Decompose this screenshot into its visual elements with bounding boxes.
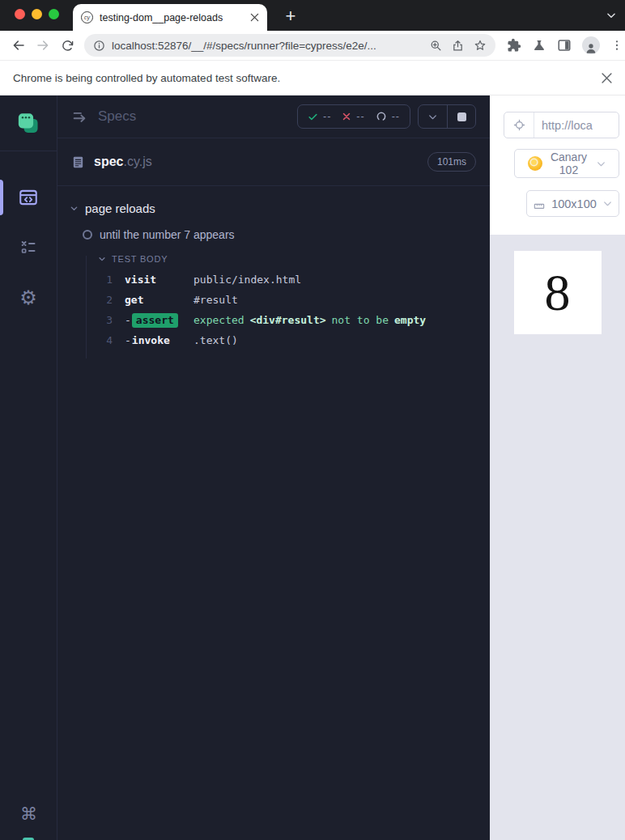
selector-playground-button[interactable] <box>504 112 534 138</box>
command-name: visit <box>125 274 156 286</box>
minimize-window-button[interactable] <box>32 9 42 19</box>
test-state-icon <box>83 230 92 240</box>
command-dash: - <box>125 334 131 346</box>
test-content: TEST BODY 1 visit public/index.html 2 ge… <box>57 254 490 350</box>
tab-close-icon[interactable] <box>250 13 259 22</box>
stat-passed: -- <box>308 111 331 122</box>
chrome-labs-flask-icon[interactable] <box>532 38 546 53</box>
specs-browser-code-icon <box>18 187 39 208</box>
aut-result-number: 8 <box>545 263 571 323</box>
command-row-get[interactable]: 2 get #result <box>57 290 490 310</box>
browser-titlebar: cy testing-dom__page-reloads + <box>0 0 625 31</box>
command-number: 3 <box>93 314 113 326</box>
command-message: .text() <box>193 334 238 346</box>
spec-file-row[interactable]: spec.cy.js 101ms <box>57 138 490 186</box>
close-window-button[interactable] <box>15 9 25 19</box>
settings-gear-icon: ⚙ <box>19 288 37 308</box>
sidebar-divider <box>0 151 57 151</box>
test-body-section[interactable]: TEST BODY <box>57 254 490 264</box>
cypress-logo-icon[interactable] <box>13 108 44 139</box>
command-message: expected<div#result>not to beempty <box>193 314 432 326</box>
profile-avatar[interactable] <box>582 36 600 54</box>
back-button[interactable] <box>6 33 31 57</box>
spec-file-icon <box>71 155 85 169</box>
url-text[interactable]: localhost:52876/__/#/specs/runner?file=c… <box>112 40 430 52</box>
aut-url-bar[interactable]: http://loca <box>504 112 619 138</box>
command-name: get <box>125 294 143 306</box>
suite-row[interactable]: page reloads <box>57 202 490 215</box>
address-bar[interactable]: localhost:52876/__/#/specs/runner?file=c… <box>84 34 495 57</box>
x-icon <box>342 112 351 121</box>
reporter-header: Specs -- -- -- <box>57 95 490 138</box>
command-number: 1 <box>93 274 113 286</box>
pending-circle-icon <box>376 111 387 122</box>
keyboard-shortcuts-button[interactable]: ⌘ <box>0 804 57 824</box>
sidebar-item-settings[interactable]: ⚙ <box>0 273 57 323</box>
infobar-close-icon[interactable] <box>602 73 612 83</box>
test-stats: -- -- -- <box>297 104 410 129</box>
spec-name: spec.cy.js <box>94 155 152 169</box>
chevron-down-icon <box>596 159 606 169</box>
run-controls <box>418 104 476 129</box>
tab-search-chevron-icon[interactable] <box>606 10 617 21</box>
stop-icon <box>457 112 466 121</box>
aut-panel: http://loca Canary 102 100x100 8 <box>490 95 625 840</box>
viewport-select[interactable]: 100x100 <box>526 190 619 217</box>
zoom-icon[interactable] <box>430 40 442 52</box>
chrome-canary-icon <box>528 156 542 171</box>
site-info-icon[interactable] <box>93 40 105 52</box>
reporter-panel: Specs -- -- -- <box>57 95 490 840</box>
browser-select[interactable]: Canary 102 <box>514 149 619 178</box>
browser-label: Canary 102 <box>548 151 590 176</box>
reload-button[interactable] <box>55 33 79 57</box>
command-number: 4 <box>93 334 113 346</box>
aut-url-text[interactable]: http://loca <box>534 119 593 132</box>
reporter-title: Specs <box>98 108 136 125</box>
suite-title: page reloads <box>85 202 155 215</box>
sidebar-item-runs[interactable] <box>0 223 57 273</box>
aut-controls: http://loca Canary 102 100x100 <box>490 95 625 235</box>
browser-toolbar: localhost:52876/__/#/specs/runner?file=c… <box>0 31 625 61</box>
share-icon[interactable] <box>452 40 464 52</box>
aut-viewport-frame[interactable]: 8 <box>514 251 602 334</box>
check-icon <box>308 112 318 122</box>
menu-dots-icon[interactable] <box>610 39 623 52</box>
cypress-favicon-icon: cy <box>81 11 93 23</box>
viewport-label: 100x100 <box>551 197 597 210</box>
stat-failed: -- <box>342 111 364 122</box>
window-controls[interactable] <box>15 9 59 19</box>
stat-pending: -- <box>376 111 400 122</box>
maximize-window-button[interactable] <box>49 9 59 19</box>
cypress-app: ⚙ ⌘ Specs -- -- <box>0 95 625 840</box>
bookmark-star-icon[interactable] <box>474 39 487 52</box>
command-row-assert[interactable]: 3 - assert expected<div#result>not to be… <box>57 310 490 330</box>
collapse-specs-list-icon[interactable] <box>71 108 89 125</box>
command-number: 2 <box>93 294 113 306</box>
chevron-down-icon <box>98 255 106 263</box>
command-row-invoke[interactable]: 4 - invoke .text() <box>57 330 490 350</box>
tab-title: testing-dom__page-reloads <box>100 12 245 23</box>
command-message: #result <box>193 294 238 306</box>
browser-tab[interactable]: cy testing-dom__page-reloads <box>73 4 267 31</box>
test-row[interactable]: until the number 7 appears <box>57 228 490 241</box>
command-dash: - <box>125 314 131 326</box>
crosshair-icon <box>512 118 526 132</box>
runs-list-icon <box>19 238 38 257</box>
aut-stage: 8 <box>490 235 625 840</box>
extensions-icon[interactable] <box>507 38 521 53</box>
sidebar-item-specs[interactable] <box>0 172 57 223</box>
automation-infobar: Chrome is being controlled by automated … <box>0 61 625 95</box>
command-row-visit[interactable]: 1 visit public/index.html <box>57 269 490 290</box>
side-panel-icon[interactable] <box>557 38 572 53</box>
assert-badge: assert <box>132 313 178 328</box>
spec-duration-badge: 101ms <box>427 152 476 172</box>
test-title: until the number 7 appears <box>100 228 235 241</box>
test-body-label: TEST BODY <box>112 254 168 264</box>
ruler-icon <box>533 197 546 210</box>
stop-button[interactable] <box>447 105 475 128</box>
chevron-down-icon <box>70 204 79 213</box>
forward-button[interactable] <box>31 33 55 57</box>
testing-preferences-chevron[interactable] <box>419 105 447 128</box>
command-name: invoke <box>132 334 170 346</box>
new-tab-button[interactable]: + <box>278 5 303 28</box>
